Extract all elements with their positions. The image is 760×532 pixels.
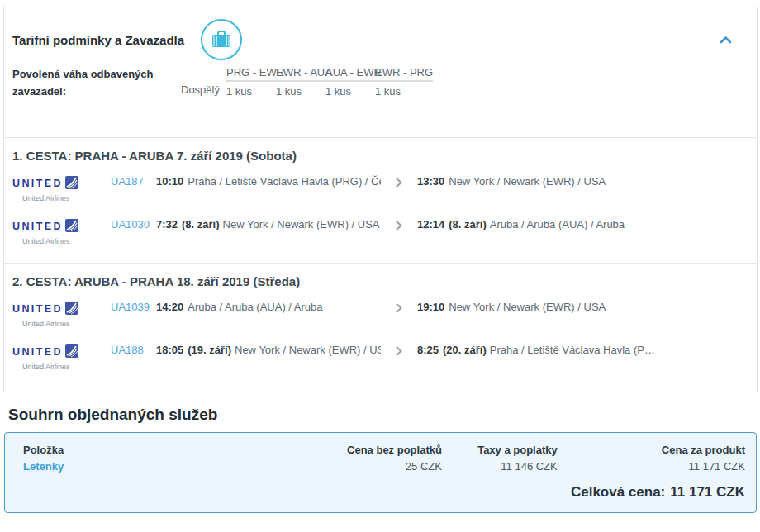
arrival-info: 19:10New York / Newark (EWR) / USA	[417, 300, 748, 313]
baggage-segment: EWR - PRG 1 kus	[375, 66, 425, 101]
flight-row: UNITED United Airlines UA187 10:10Praha …	[4, 167, 757, 210]
fare-card-title: Tarifní podmínky a Zavazadla	[12, 33, 184, 47]
airline-logo: UNITED United Airlines	[12, 300, 111, 328]
total-price: Celková cena:11 171 CZK	[23, 484, 745, 501]
united-globe-icon	[65, 219, 78, 235]
airline-name: United Airlines	[12, 192, 111, 202]
price-without-fees-value: 25 CZK	[261, 456, 442, 473]
flight-number[interactable]: UA187	[111, 174, 156, 188]
departure-info: 14:20Aruba / Aruba (AUA) / Aruba	[156, 300, 381, 313]
summary-table: Položka Cena bez poplatků Taxy a poplatk…	[23, 444, 745, 473]
summary-item-link[interactable]: Letenky	[23, 456, 261, 473]
baggage-segment: PRG - EWR 1 kus	[226, 66, 276, 101]
flight-row: UNITED United Airlines UA1039 14:20Aruba…	[4, 292, 757, 335]
segment-allowance: 1 kus	[226, 82, 276, 97]
column-header-taxes-fees: Taxy a poplatky	[442, 444, 558, 456]
airline-name: United Airlines	[12, 235, 111, 245]
summary-heading: Souhrn objednaných služeb	[8, 406, 760, 424]
chevron-up-icon	[720, 34, 732, 46]
united-globe-icon	[65, 176, 78, 192]
departure-info: 7:32(8. září)New York / Newark (EWR) / U…	[156, 217, 381, 230]
departure-info: 18:05(19. září)New York / Newark (EWR) /…	[156, 343, 381, 356]
united-wordmark: UNITED	[12, 221, 63, 232]
baggage-segment: EWR - AUA 1 kus	[276, 66, 325, 101]
segment-allowance: 1 kus	[375, 82, 425, 97]
segment-route: EWR - PRG	[375, 66, 433, 82]
baggage-allowance-label: Povolená váha odbavených zavazadel:	[12, 66, 181, 101]
segment-allowance: 1 kus	[276, 82, 325, 97]
flight-number[interactable]: UA1030	[111, 217, 156, 230]
united-wordmark: UNITED	[12, 303, 63, 315]
airline-name: United Airlines	[12, 360, 111, 371]
united-wordmark: UNITED	[12, 178, 63, 189]
chevron-right-icon	[381, 217, 417, 233]
united-globe-icon	[65, 344, 78, 360]
segment-route: AUA - EWR	[325, 66, 382, 82]
product-price-value: 11 171 CZK	[558, 456, 745, 473]
flight-row: UNITED United Airlines UA188 18:05(19. z…	[4, 335, 757, 378]
united-globe-icon	[65, 302, 78, 317]
column-header-price-without-fees: Cena bez poplatků	[261, 444, 442, 456]
fare-baggage-card: Tarifní podmínky a Zavazadla Povolená vá…	[3, 7, 758, 392]
flight-number[interactable]: UA1039	[111, 300, 156, 313]
baggage-segment: AUA - EWR 1 kus	[325, 66, 375, 101]
chevron-right-icon	[381, 343, 417, 359]
airline-logo: UNITED United Airlines	[12, 217, 111, 245]
collapse-section-button[interactable]	[716, 31, 735, 50]
airline-logo: UNITED United Airlines	[12, 343, 111, 371]
arrival-info: 8:25(20. září)Praha / Letiště Václava Ha…	[417, 343, 748, 356]
flight-number[interactable]: UA188	[111, 343, 156, 356]
segment-allowance: 1 kus	[325, 82, 375, 97]
chevron-right-icon	[381, 300, 417, 316]
airline-name: United Airlines	[12, 317, 111, 328]
departure-info: 10:10Praha / Letiště Václava Havla (PRG)…	[156, 174, 381, 188]
flight-row: UNITED United Airlines UA1030 7:32(8. zá…	[4, 210, 757, 253]
fare-card-header: Tarifní podmínky a Zavazadla	[4, 7, 757, 60]
united-wordmark: UNITED	[12, 346, 63, 358]
journey-2-heading: 2. CESTA: ARUBA - PRAHA 18. září 2019 (S…	[4, 264, 757, 292]
journey-1-heading: 1. CESTA: PRAHA - ARUBA 7. září 2019 (So…	[4, 138, 757, 167]
baggage-icon	[201, 19, 242, 60]
passenger-type-label: Dospělý	[181, 66, 226, 101]
arrival-info: 13:30New York / Newark (EWR) / USA	[417, 174, 748, 188]
order-summary-panel: Položka Cena bez poplatků Taxy a poplatk…	[4, 432, 757, 513]
airline-logo: UNITED United Airlines	[12, 174, 111, 202]
column-header-product-price: Cena za produkt	[558, 444, 745, 456]
chevron-right-icon	[381, 174, 417, 190]
segment-route: EWR - AUA	[276, 66, 332, 82]
arrival-info: 12:14(8. září)Aruba / Aruba (AUA) / Arub…	[417, 217, 748, 230]
column-header-item: Položka	[23, 444, 261, 456]
total-price-value: 11 171 CZK	[670, 484, 745, 500]
taxes-fees-value: 11 146 CZK	[442, 456, 558, 473]
baggage-allowance-table: Povolená váha odbavených zavazadel: Dosp…	[4, 60, 757, 101]
total-price-label: Celková cena:	[571, 484, 665, 500]
